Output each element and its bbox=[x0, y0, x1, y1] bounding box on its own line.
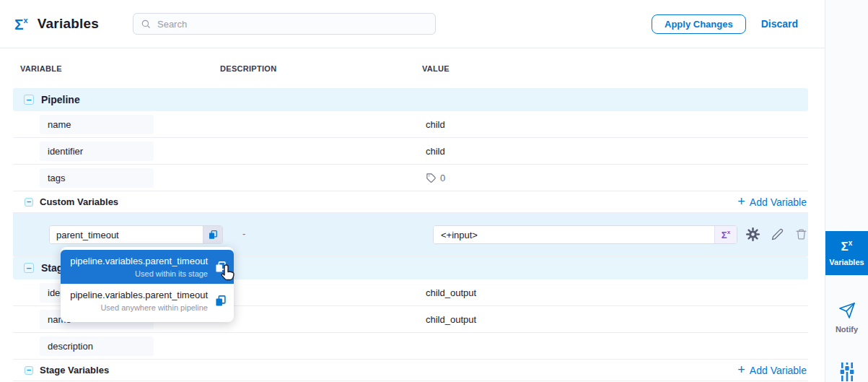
variable-name-label: tags bbox=[40, 168, 154, 188]
tags-value: 0 bbox=[422, 173, 808, 183]
variable-value: child bbox=[422, 146, 808, 157]
variable-value: child bbox=[422, 119, 808, 130]
settings-gear-icon[interactable] bbox=[746, 227, 760, 241]
table-header-row: VARIABLE DESCRIPTION VALUE bbox=[13, 48, 808, 88]
table-row: identifier child bbox=[13, 138, 808, 165]
section-title: Pipeline bbox=[41, 94, 80, 105]
collapse-minus-icon[interactable]: – bbox=[24, 95, 34, 105]
plus-icon: + bbox=[737, 195, 745, 208]
top-bar: Σx Variables Apply Changes Discard bbox=[0, 0, 825, 48]
sidebar-item-label: Variables bbox=[829, 258, 864, 266]
apply-changes-button[interactable]: Apply Changes bbox=[652, 14, 746, 34]
variable-name-label: name bbox=[40, 115, 154, 134]
delete-trash-icon[interactable] bbox=[795, 228, 807, 240]
add-variable-button[interactable]: + Add Variable bbox=[737, 196, 807, 208]
add-variable-button[interactable]: + Add Variable bbox=[737, 365, 807, 376]
sidebar-item-variables[interactable]: Σx Variables bbox=[825, 231, 868, 275]
sigma-icon: Σx bbox=[841, 240, 853, 253]
variables-sigma-logo-icon: Σx bbox=[14, 17, 28, 32]
sidebar-item-notify[interactable]: Notify bbox=[825, 302, 868, 334]
variable-name-label: description bbox=[40, 337, 154, 356]
variable-reference-scope: Used anywhere within pipeline bbox=[69, 303, 208, 312]
variable-value: child_output bbox=[422, 287, 808, 298]
discard-button[interactable]: Discard bbox=[761, 18, 798, 30]
expression-sigma-badge[interactable]: Σx bbox=[714, 226, 737, 243]
tag-icon bbox=[426, 173, 437, 183]
mouse-cursor-icon bbox=[219, 264, 236, 285]
section-row-pipeline[interactable]: – Pipeline bbox=[13, 88, 808, 111]
variable-reference-path: pipeline.variables.parent_timeout bbox=[69, 256, 208, 266]
right-sidebar: Σx Variables Notify bbox=[825, 0, 868, 382]
variable-value-input-group: Σx bbox=[433, 225, 737, 244]
table-row: description bbox=[13, 333, 808, 360]
search-box bbox=[133, 13, 436, 35]
variable-name-input-group bbox=[49, 225, 223, 244]
copy-icon[interactable] bbox=[214, 295, 227, 307]
variable-value: child_output bbox=[422, 314, 808, 325]
variable-name-input[interactable] bbox=[50, 226, 203, 243]
plus-icon: + bbox=[737, 363, 745, 376]
group-title: Custom Variables bbox=[40, 196, 118, 207]
sidebar-item-flow-control[interactable] bbox=[825, 361, 868, 382]
variable-name-label: identifier bbox=[40, 142, 154, 161]
search-icon bbox=[141, 19, 151, 29]
column-header-description: DESCRIPTION bbox=[220, 64, 422, 73]
column-header-value: VALUE bbox=[422, 64, 808, 73]
section-row-stage-variables: – Stage Variables + Add Variable bbox=[13, 360, 808, 381]
collapse-minus-icon[interactable]: – bbox=[25, 198, 33, 207]
table-row: name child bbox=[13, 111, 808, 138]
variable-value-input[interactable] bbox=[434, 226, 714, 243]
search-input[interactable] bbox=[156, 18, 428, 30]
description-dash: - bbox=[242, 228, 245, 239]
variable-reference-path: pipeline.variables.parent_timeout bbox=[69, 290, 208, 300]
column-header-variable: VARIABLE bbox=[20, 64, 220, 73]
variables-table: VARIABLE DESCRIPTION VALUE – Pipeline na… bbox=[13, 48, 808, 381]
collapse-minus-icon[interactable]: – bbox=[25, 366, 33, 375]
section-row-custom-variables: – Custom Variables + Add Variable bbox=[13, 191, 808, 213]
sigma-sup-glyph: x bbox=[24, 17, 28, 25]
sidebar-item-label: Notify bbox=[836, 325, 858, 334]
copy-icon bbox=[208, 230, 218, 240]
variable-reference-dropdown: pipeline.variables.parent_timeout Used w… bbox=[61, 247, 234, 322]
variables-panel: Σx Variables Apply Changes Discard VARIA… bbox=[0, 0, 825, 382]
table-row: tags 0 bbox=[13, 165, 808, 191]
copy-icon-button[interactable] bbox=[203, 226, 222, 243]
paper-plane-icon bbox=[838, 302, 856, 319]
dropdown-item-stage-scope[interactable]: pipeline.variables.parent_timeout Used w… bbox=[61, 250, 234, 284]
sigma-glyph: Σ bbox=[14, 17, 24, 32]
edit-pencil-icon[interactable] bbox=[771, 228, 784, 240]
page-title: Variables bbox=[38, 16, 99, 32]
variable-reference-scope: Used within its stage bbox=[69, 269, 208, 278]
dropdown-item-pipeline-scope[interactable]: pipeline.variables.parent_timeout Used a… bbox=[61, 284, 234, 318]
row-actions bbox=[746, 227, 807, 241]
sliders-icon bbox=[838, 361, 856, 382]
group-title: Stage Variables bbox=[40, 365, 109, 376]
collapse-minus-icon[interactable]: – bbox=[24, 263, 34, 273]
